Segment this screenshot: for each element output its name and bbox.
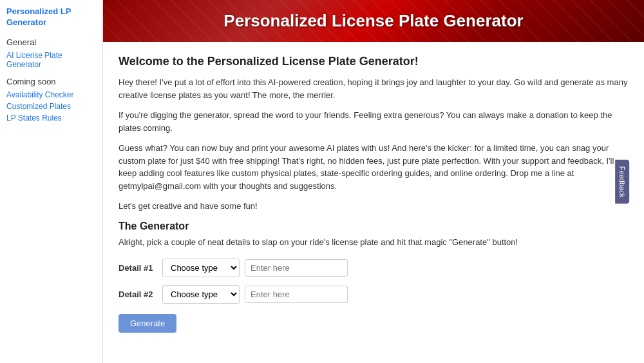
welcome-heading: Welcome to the Personalized License Plat… bbox=[118, 55, 629, 68]
feedback-wrapper: Feedback bbox=[600, 175, 644, 189]
brand-line1: Personalized LP bbox=[6, 6, 71, 16]
detail-2-type-select[interactable]: Choose type Name Hobby Phrase bbox=[162, 285, 240, 304]
general-section-label: General bbox=[6, 37, 96, 47]
detail-2-label: Detail #2 bbox=[118, 289, 157, 299]
coming-soon-section: Coming soon Availability Checker Customi… bbox=[6, 77, 96, 123]
sidebar-item-ai-lp-gen[interactable]: AI License Plate Generator bbox=[6, 51, 96, 69]
intro-para-1: Hey there! I've put a lot of effort into… bbox=[118, 76, 629, 101]
generate-button[interactable]: Generate bbox=[118, 314, 176, 333]
feedback-button[interactable]: Feedback bbox=[615, 159, 629, 203]
detail-2-input[interactable] bbox=[245, 286, 348, 303]
coming-soon-label: Coming soon bbox=[6, 77, 96, 86]
hero-title: Personalized License Plate Generator bbox=[223, 11, 523, 31]
sidebar-item-custom-plates[interactable]: Customized Plates bbox=[6, 102, 96, 111]
generator-section: The Generator Alright, pick a couple of … bbox=[118, 221, 629, 333]
generator-heading: The Generator bbox=[118, 221, 629, 232]
detail-1-label: Detail #1 bbox=[118, 263, 157, 273]
sidebar: Personalized LP Generator General AI Lic… bbox=[0, 0, 103, 363]
brand: Personalized LP Generator bbox=[6, 6, 96, 28]
generator-description: Alright, pick a couple of neat details t… bbox=[118, 236, 629, 249]
sidebar-item-lp-states-rules[interactable]: LP States Rules bbox=[6, 113, 96, 123]
detail-2-row: Detail #2 Choose type Name Hobby Phrase bbox=[118, 285, 629, 304]
intro-para-3: Guess what? You can now buy and print yo… bbox=[118, 142, 629, 192]
intro-para-4: Let's get creative and have some fun! bbox=[118, 200, 629, 213]
main-content: Personalized License Plate Generator Wel… bbox=[103, 0, 644, 363]
hero-banner: Personalized License Plate Generator bbox=[103, 0, 644, 42]
brand-line2: Generator bbox=[6, 17, 46, 27]
intro-para-2: If you're digging the generator, spread … bbox=[118, 109, 629, 134]
content-area: Welcome to the Personalized License Plat… bbox=[103, 42, 644, 346]
detail-1-type-select[interactable]: Choose type Name Hobby Phrase bbox=[162, 259, 240, 277]
detail-1-input[interactable] bbox=[245, 259, 348, 277]
sidebar-item-avail-checker[interactable]: Availability Checker bbox=[6, 90, 96, 99]
detail-1-row: Detail #1 Choose type Name Hobby Phrase bbox=[118, 259, 629, 277]
